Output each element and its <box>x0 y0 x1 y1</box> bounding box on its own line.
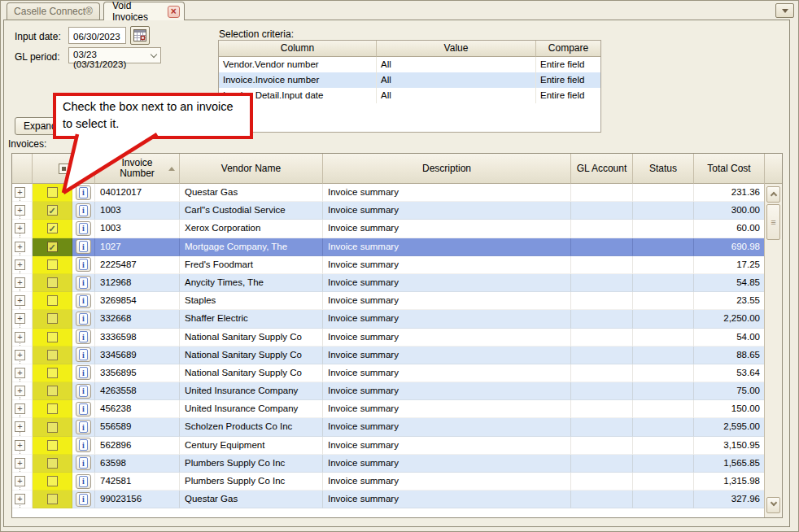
expand-row-icon[interactable] <box>15 386 25 396</box>
invoice-info-button[interactable] <box>76 492 91 507</box>
invoice-info-button[interactable] <box>76 239 91 254</box>
row-checkbox[interactable] <box>47 242 58 252</box>
invoice-row[interactable]: 1003 Carl"s Custodial Service Invoice su… <box>12 202 764 220</box>
expand-row-icon[interactable] <box>15 205 25 216</box>
invoice-info-button[interactable] <box>76 456 91 470</box>
tab-void-invoices[interactable]: Void Invoices × <box>103 2 185 20</box>
scroll-up-button[interactable] <box>766 186 780 203</box>
expand-row-icon[interactable] <box>15 350 25 360</box>
expand-row-icon[interactable] <box>15 187 25 198</box>
row-checkbox[interactable] <box>47 368 58 378</box>
input-date-field[interactable] <box>68 27 126 44</box>
invoice-row[interactable]: 456238 United Insurance Company Invoice … <box>12 400 764 418</box>
application-window: Caselle Connect® Void Invoices × Input d… <box>0 0 799 532</box>
invoice-info-button[interactable] <box>76 474 91 489</box>
scrollbar-thumb[interactable]: ≡ <box>766 204 780 240</box>
tab-list-dropdown-button[interactable] <box>775 3 794 18</box>
expand-row-icon[interactable] <box>15 421 25 432</box>
select-all-checkbox[interactable] <box>59 164 69 174</box>
expand-row-icon[interactable] <box>15 494 25 504</box>
invoice-row[interactable]: 3345689 National Sanitary Supply Co Invo… <box>12 347 764 364</box>
invoice-row[interactable]: 556589 Scholzen Products Co Inc Invoice … <box>12 418 764 436</box>
invoice-row[interactable]: 1003 Xerox Corporation Invoice summary 6… <box>12 220 764 238</box>
expand-row-icon[interactable] <box>15 368 25 378</box>
invoice-row[interactable]: 1027 Mortgage Company, The Invoice summa… <box>12 238 764 256</box>
invoice-row[interactable]: 63598 Plumbers Supply Co Inc Invoice sum… <box>12 455 764 473</box>
invoice-info-button[interactable] <box>76 384 91 399</box>
row-checkbox[interactable] <box>47 440 58 451</box>
row-checkbox[interactable] <box>47 350 58 360</box>
calendar-button[interactable] <box>130 26 150 45</box>
expand-row-icon[interactable] <box>15 440 25 451</box>
criteria-header-compare[interactable]: Compare <box>536 41 600 57</box>
invoice-row[interactable]: 562896 Century Equipment Invoice summary… <box>12 437 764 455</box>
row-checkbox[interactable] <box>47 422 58 433</box>
row-checkbox[interactable] <box>47 313 58 324</box>
invoice-row[interactable]: 04012017 Questar Gas Invoice summary 231… <box>12 184 764 202</box>
expand-row-icon[interactable] <box>15 458 25 469</box>
invoice-info-button[interactable] <box>76 329 91 344</box>
invoice-row[interactable]: 3336598 National Sanitary Supply Co Invo… <box>12 329 764 347</box>
header-gl-account[interactable]: GL Account <box>571 154 633 184</box>
expand-row-icon[interactable] <box>15 242 25 252</box>
expand-row-icon[interactable] <box>15 223 25 233</box>
row-checkbox[interactable] <box>47 332 58 342</box>
expand-row-icon[interactable] <box>15 295 25 306</box>
invoice-info-button[interactable] <box>76 365 91 380</box>
expand-row-icon[interactable] <box>15 332 25 342</box>
row-checkbox[interactable] <box>47 494 58 504</box>
header-select-all[interactable] <box>33 154 95 184</box>
invoice-info-button[interactable] <box>76 347 91 362</box>
expand-row-icon[interactable] <box>15 277 25 288</box>
header-description[interactable]: Description <box>323 154 571 184</box>
info-icon <box>79 439 88 451</box>
expand-row-icon[interactable] <box>15 403 25 414</box>
criteria-header-column[interactable]: Column <box>219 41 377 57</box>
invoice-info-button[interactable] <box>76 402 91 416</box>
row-checkbox[interactable] <box>47 476 58 486</box>
row-checkbox[interactable] <box>47 295 58 306</box>
invoice-info-button[interactable] <box>76 185 91 200</box>
criteria-row[interactable]: Invoice Detail.Input date All Entire fie… <box>219 88 600 103</box>
criteria-header-value[interactable]: Value <box>377 41 536 57</box>
invoice-info-button[interactable] <box>76 420 91 434</box>
header-vendor-name[interactable]: Vendor Name <box>180 154 323 184</box>
expand-row-icon[interactable] <box>15 259 25 270</box>
header-invoice-number[interactable]: Invoice Number <box>95 154 180 184</box>
expand-row-icon[interactable] <box>15 313 25 324</box>
invoice-row[interactable]: 2225487 Fred's Foodmart Invoice summary … <box>12 256 764 274</box>
criteria-row[interactable]: Invoice.Invoice number All Entire field <box>219 72 600 88</box>
invoice-info-button[interactable] <box>76 276 91 290</box>
invoice-info-button[interactable] <box>76 294 91 308</box>
row-checkbox[interactable] <box>47 187 58 198</box>
row-checkbox[interactable] <box>47 277 58 288</box>
invoice-info-button[interactable] <box>76 221 91 236</box>
invoice-info-button[interactable] <box>76 257 91 272</box>
criteria-row[interactable]: Vendor.Vendor number All Entire field <box>219 57 600 72</box>
close-tab-button[interactable]: × <box>168 6 180 18</box>
invoice-row[interactable]: 332668 Shaffer Electric Invoice summary … <box>12 310 764 328</box>
expand-row-icon[interactable] <box>15 476 25 486</box>
invoice-row[interactable]: 99023156 Questar Gas Invoice summary 327… <box>12 491 764 508</box>
invoice-info-button[interactable] <box>76 312 91 326</box>
row-checkbox[interactable] <box>47 386 58 396</box>
invoice-row[interactable]: 4263558 United Insurance Company Invoice… <box>12 382 764 400</box>
row-checkbox[interactable] <box>47 205 58 216</box>
invoice-row[interactable]: 3269854 Staples Invoice summary 23.55 <box>12 292 764 310</box>
gl-period-dropdown[interactable]: 03/23 (03/31/2023) <box>68 47 161 63</box>
invoice-row[interactable]: 3356895 National Sanitary Supply Co Invo… <box>12 364 764 382</box>
header-total-cost[interactable]: Total Cost <box>694 154 764 184</box>
tab-caselle-connect[interactable]: Caselle Connect® <box>7 2 100 20</box>
invoice-row[interactable]: 312968 Anycity Times, The Invoice summar… <box>12 274 764 292</box>
row-checkbox[interactable] <box>47 458 58 469</box>
header-status[interactable]: Status <box>633 154 694 184</box>
invoice-info-button[interactable] <box>76 438 91 452</box>
invoice-row[interactable]: 742581 Plumbers Supply Co Inc Invoice su… <box>12 473 764 491</box>
row-checkbox[interactable] <box>47 403 58 414</box>
scroll-down-button[interactable] <box>766 497 780 513</box>
vertical-scrollbar[interactable]: ≡ <box>764 154 782 517</box>
row-checkbox[interactable] <box>47 223 58 233</box>
invoice-info-button[interactable] <box>76 203 91 218</box>
vendor-name-cell: Xerox Corporation <box>180 220 323 238</box>
row-checkbox[interactable] <box>47 259 58 270</box>
